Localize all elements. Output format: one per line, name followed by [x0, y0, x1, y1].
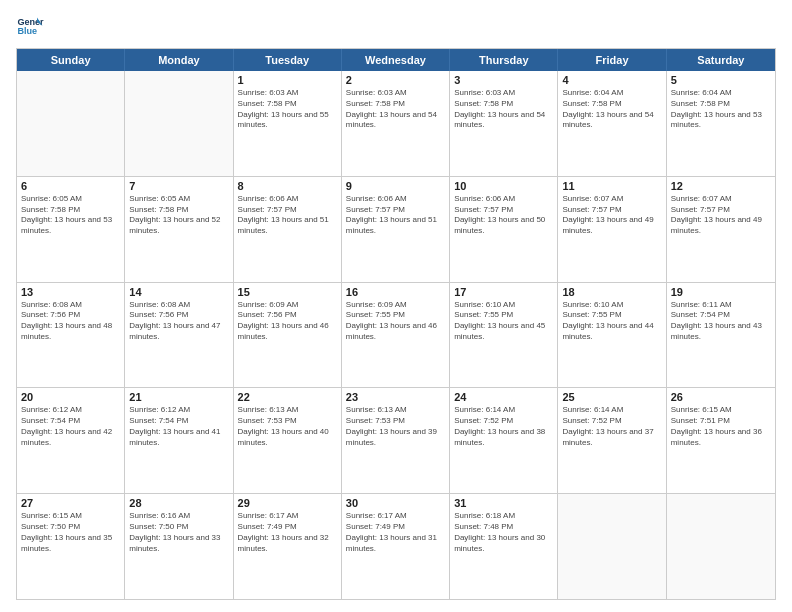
calendar-cell: 9Sunrise: 6:06 AM Sunset: 7:57 PM Daylig…	[342, 177, 450, 282]
day-number: 31	[454, 497, 553, 509]
cell-info: Sunrise: 6:08 AM Sunset: 7:56 PM Dayligh…	[129, 300, 228, 343]
cell-info: Sunrise: 6:06 AM Sunset: 7:57 PM Dayligh…	[346, 194, 445, 237]
weekday-header: Thursday	[450, 49, 558, 71]
calendar-week: 27Sunrise: 6:15 AM Sunset: 7:50 PM Dayli…	[17, 493, 775, 599]
calendar-week: 20Sunrise: 6:12 AM Sunset: 7:54 PM Dayli…	[17, 387, 775, 493]
calendar-cell: 13Sunrise: 6:08 AM Sunset: 7:56 PM Dayli…	[17, 283, 125, 388]
weekday-header: Wednesday	[342, 49, 450, 71]
calendar-cell	[558, 494, 666, 599]
cell-info: Sunrise: 6:14 AM Sunset: 7:52 PM Dayligh…	[454, 405, 553, 448]
day-number: 19	[671, 286, 771, 298]
cell-info: Sunrise: 6:17 AM Sunset: 7:49 PM Dayligh…	[238, 511, 337, 554]
calendar-cell: 7Sunrise: 6:05 AM Sunset: 7:58 PM Daylig…	[125, 177, 233, 282]
weekday-header: Monday	[125, 49, 233, 71]
calendar-cell: 11Sunrise: 6:07 AM Sunset: 7:57 PM Dayli…	[558, 177, 666, 282]
calendar-cell	[667, 494, 775, 599]
day-number: 7	[129, 180, 228, 192]
cell-info: Sunrise: 6:14 AM Sunset: 7:52 PM Dayligh…	[562, 405, 661, 448]
cell-info: Sunrise: 6:15 AM Sunset: 7:51 PM Dayligh…	[671, 405, 771, 448]
calendar-cell: 20Sunrise: 6:12 AM Sunset: 7:54 PM Dayli…	[17, 388, 125, 493]
calendar-cell	[17, 71, 125, 176]
calendar-cell: 25Sunrise: 6:14 AM Sunset: 7:52 PM Dayli…	[558, 388, 666, 493]
calendar-cell: 1Sunrise: 6:03 AM Sunset: 7:58 PM Daylig…	[234, 71, 342, 176]
day-number: 4	[562, 74, 661, 86]
calendar-cell: 27Sunrise: 6:15 AM Sunset: 7:50 PM Dayli…	[17, 494, 125, 599]
day-number: 5	[671, 74, 771, 86]
day-number: 6	[21, 180, 120, 192]
cell-info: Sunrise: 6:07 AM Sunset: 7:57 PM Dayligh…	[562, 194, 661, 237]
calendar-cell: 16Sunrise: 6:09 AM Sunset: 7:55 PM Dayli…	[342, 283, 450, 388]
day-number: 8	[238, 180, 337, 192]
calendar-cell: 10Sunrise: 6:06 AM Sunset: 7:57 PM Dayli…	[450, 177, 558, 282]
cell-info: Sunrise: 6:05 AM Sunset: 7:58 PM Dayligh…	[21, 194, 120, 237]
day-number: 30	[346, 497, 445, 509]
cell-info: Sunrise: 6:13 AM Sunset: 7:53 PM Dayligh…	[238, 405, 337, 448]
day-number: 22	[238, 391, 337, 403]
calendar-cell: 5Sunrise: 6:04 AM Sunset: 7:58 PM Daylig…	[667, 71, 775, 176]
page-header: General Blue	[16, 12, 776, 40]
cell-info: Sunrise: 6:11 AM Sunset: 7:54 PM Dayligh…	[671, 300, 771, 343]
day-number: 24	[454, 391, 553, 403]
calendar-cell: 6Sunrise: 6:05 AM Sunset: 7:58 PM Daylig…	[17, 177, 125, 282]
day-number: 20	[21, 391, 120, 403]
cell-info: Sunrise: 6:12 AM Sunset: 7:54 PM Dayligh…	[129, 405, 228, 448]
day-number: 15	[238, 286, 337, 298]
day-number: 13	[21, 286, 120, 298]
calendar-header: SundayMondayTuesdayWednesdayThursdayFrid…	[17, 49, 775, 71]
day-number: 2	[346, 74, 445, 86]
cell-info: Sunrise: 6:10 AM Sunset: 7:55 PM Dayligh…	[454, 300, 553, 343]
cell-info: Sunrise: 6:05 AM Sunset: 7:58 PM Dayligh…	[129, 194, 228, 237]
cell-info: Sunrise: 6:03 AM Sunset: 7:58 PM Dayligh…	[346, 88, 445, 131]
calendar-cell: 31Sunrise: 6:18 AM Sunset: 7:48 PM Dayli…	[450, 494, 558, 599]
day-number: 10	[454, 180, 553, 192]
calendar-cell	[125, 71, 233, 176]
calendar-cell: 24Sunrise: 6:14 AM Sunset: 7:52 PM Dayli…	[450, 388, 558, 493]
weekday-header: Tuesday	[234, 49, 342, 71]
cell-info: Sunrise: 6:13 AM Sunset: 7:53 PM Dayligh…	[346, 405, 445, 448]
day-number: 28	[129, 497, 228, 509]
calendar: SundayMondayTuesdayWednesdayThursdayFrid…	[16, 48, 776, 600]
calendar-cell: 12Sunrise: 6:07 AM Sunset: 7:57 PM Dayli…	[667, 177, 775, 282]
cell-info: Sunrise: 6:07 AM Sunset: 7:57 PM Dayligh…	[671, 194, 771, 237]
calendar-cell: 26Sunrise: 6:15 AM Sunset: 7:51 PM Dayli…	[667, 388, 775, 493]
cell-info: Sunrise: 6:04 AM Sunset: 7:58 PM Dayligh…	[671, 88, 771, 131]
day-number: 23	[346, 391, 445, 403]
cell-info: Sunrise: 6:10 AM Sunset: 7:55 PM Dayligh…	[562, 300, 661, 343]
cell-info: Sunrise: 6:03 AM Sunset: 7:58 PM Dayligh…	[238, 88, 337, 131]
calendar-cell: 14Sunrise: 6:08 AM Sunset: 7:56 PM Dayli…	[125, 283, 233, 388]
calendar-cell: 30Sunrise: 6:17 AM Sunset: 7:49 PM Dayli…	[342, 494, 450, 599]
day-number: 27	[21, 497, 120, 509]
day-number: 26	[671, 391, 771, 403]
calendar-cell: 18Sunrise: 6:10 AM Sunset: 7:55 PM Dayli…	[558, 283, 666, 388]
day-number: 29	[238, 497, 337, 509]
cell-info: Sunrise: 6:16 AM Sunset: 7:50 PM Dayligh…	[129, 511, 228, 554]
calendar-cell: 19Sunrise: 6:11 AM Sunset: 7:54 PM Dayli…	[667, 283, 775, 388]
day-number: 25	[562, 391, 661, 403]
logo-icon: General Blue	[16, 12, 44, 40]
cell-info: Sunrise: 6:09 AM Sunset: 7:56 PM Dayligh…	[238, 300, 337, 343]
calendar-cell: 15Sunrise: 6:09 AM Sunset: 7:56 PM Dayli…	[234, 283, 342, 388]
cell-info: Sunrise: 6:18 AM Sunset: 7:48 PM Dayligh…	[454, 511, 553, 554]
day-number: 21	[129, 391, 228, 403]
day-number: 18	[562, 286, 661, 298]
day-number: 3	[454, 74, 553, 86]
calendar-cell: 21Sunrise: 6:12 AM Sunset: 7:54 PM Dayli…	[125, 388, 233, 493]
day-number: 9	[346, 180, 445, 192]
calendar-week: 6Sunrise: 6:05 AM Sunset: 7:58 PM Daylig…	[17, 176, 775, 282]
cell-info: Sunrise: 6:06 AM Sunset: 7:57 PM Dayligh…	[238, 194, 337, 237]
calendar-cell: 22Sunrise: 6:13 AM Sunset: 7:53 PM Dayli…	[234, 388, 342, 493]
calendar-cell: 17Sunrise: 6:10 AM Sunset: 7:55 PM Dayli…	[450, 283, 558, 388]
day-number: 14	[129, 286, 228, 298]
cell-info: Sunrise: 6:17 AM Sunset: 7:49 PM Dayligh…	[346, 511, 445, 554]
calendar-body: 1Sunrise: 6:03 AM Sunset: 7:58 PM Daylig…	[17, 71, 775, 599]
day-number: 12	[671, 180, 771, 192]
day-number: 16	[346, 286, 445, 298]
day-number: 17	[454, 286, 553, 298]
calendar-cell: 3Sunrise: 6:03 AM Sunset: 7:58 PM Daylig…	[450, 71, 558, 176]
calendar-cell: 28Sunrise: 6:16 AM Sunset: 7:50 PM Dayli…	[125, 494, 233, 599]
weekday-header: Saturday	[667, 49, 775, 71]
calendar-cell: 29Sunrise: 6:17 AM Sunset: 7:49 PM Dayli…	[234, 494, 342, 599]
cell-info: Sunrise: 6:15 AM Sunset: 7:50 PM Dayligh…	[21, 511, 120, 554]
cell-info: Sunrise: 6:08 AM Sunset: 7:56 PM Dayligh…	[21, 300, 120, 343]
weekday-header: Sunday	[17, 49, 125, 71]
